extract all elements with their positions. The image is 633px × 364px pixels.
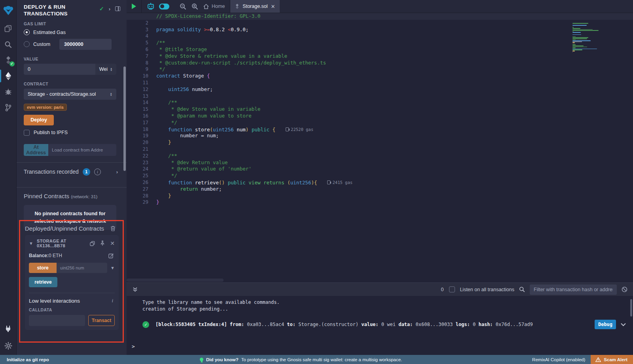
code-area[interactable]: // SPDX-License-Identifier: GPL-3.0pragm… [156, 13, 633, 282]
pin-panel-icon[interactable] [115, 6, 120, 11]
terminal-scrollbar[interactable] [630, 299, 632, 317]
sidebar-item-plugin-manager[interactable] [0, 321, 17, 337]
copilot-toggle[interactable] [159, 4, 169, 9]
calldata-input[interactable] [29, 315, 85, 326]
store-function-button[interactable]: store [29, 263, 57, 273]
deploy-button[interactable]: Deploy [24, 115, 54, 125]
chevron-down-icon[interactable]: ▼ [29, 241, 33, 246]
transact-button[interactable]: Transact [88, 315, 115, 326]
code-line[interactable]: uint256 number; [156, 86, 633, 93]
tab-storage-sol[interactable]: Storage.sol ✕ [230, 0, 280, 13]
transaction-log-row[interactable]: ✓ [block:5583405 txIndex:4] from: 0xa03.… [127, 320, 633, 329]
line-number: 29 [127, 199, 156, 206]
code-editor[interactable]: 1234567891011121314151617181920212223242… [127, 13, 633, 282]
transactions-recorded-row[interactable]: Transactions recorded 1 i › [24, 163, 120, 181]
code-line[interactable]: */ [156, 66, 633, 73]
code-line[interactable] [156, 93, 633, 100]
remix-logo[interactable] [0, 0, 17, 21]
code-line[interactable]: * @title Storage [156, 46, 633, 53]
edit-balance-icon[interactable] [108, 253, 114, 258]
info-icon[interactable]: i [112, 298, 113, 304]
code-line[interactable]: function retrieve() public view returns … [156, 179, 633, 186]
code-line[interactable] [156, 146, 633, 153]
estimated-gas-radio[interactable] [24, 29, 30, 35]
transaction-filter-input[interactable] [530, 284, 617, 295]
sidebar-item-search[interactable] [0, 36, 17, 52]
store-argument-input[interactable] [57, 263, 107, 273]
tab-close-icon[interactable]: ✕ [271, 4, 275, 9]
custom-gas-input[interactable] [59, 39, 112, 50]
code-line[interactable]: /** [156, 40, 633, 46]
sidebar-item-deploy-run[interactable] [0, 68, 17, 84]
code-line[interactable]: number = num; [156, 133, 633, 139]
copy-address-icon[interactable] [90, 241, 95, 246]
retrieve-function-button[interactable]: retrieve [29, 277, 57, 287]
chevron-right-icon[interactable]: › [116, 169, 118, 175]
at-address-input[interactable] [48, 144, 116, 156]
panel-scrollbar[interactable] [123, 66, 126, 171]
info-icon[interactable]: i [94, 169, 101, 175]
line-number: 26 [127, 179, 156, 186]
sidebar-item-git[interactable] [0, 100, 17, 116]
code-line[interactable]: /** [156, 99, 633, 106]
debug-button[interactable]: Debug [595, 320, 616, 329]
sidebar-item-settings[interactable] [0, 337, 17, 355]
home-tab-button[interactable]: Home [203, 4, 225, 9]
did-you-know-label: Did you know? [206, 357, 239, 362]
value-input[interactable] [24, 64, 95, 75]
zoom-out-icon[interactable] [180, 3, 186, 10]
code-line[interactable]: * @param num value to store [156, 113, 633, 119]
sidebar-item-solidity-compiler[interactable]: ✓ [0, 52, 17, 68]
code-line[interactable]: } [156, 139, 633, 146]
code-line[interactable] [156, 80, 633, 86]
chevron-right-icon[interactable]: › [109, 6, 110, 12]
code-line[interactable]: * @custom:dev-run-script ./scripts/deplo… [156, 60, 633, 66]
code-line[interactable]: * @return value of 'number' [156, 166, 633, 173]
copilot-status[interactable]: RemixAI Copilot (enabled) [532, 357, 591, 362]
code-line[interactable]: * @dev Return value [156, 159, 633, 166]
code-line[interactable]: // SPDX-License-Identifier: GPL-3.0 [127, 13, 633, 20]
expand-function-icon[interactable]: ▼ [110, 265, 115, 270]
expand-terminal-icon[interactable] [132, 286, 138, 292]
listen-all-checkbox[interactable] [449, 286, 455, 292]
code-line[interactable]: */ [156, 119, 633, 126]
remove-contract-icon[interactable]: ✕ [110, 240, 115, 246]
code-line[interactable]: * @dev Store & retrieve value in a varia… [156, 53, 633, 60]
custom-gas-radio[interactable] [24, 41, 30, 47]
icon-rail: ✓ [0, 0, 17, 355]
code-line[interactable]: } [156, 193, 633, 199]
run-script-button[interactable] [132, 4, 136, 9]
main-area: Home Storage.sol ✕ 123456789101112131415… [127, 0, 633, 355]
tab-bar: Storage.sol ✕ [230, 0, 633, 13]
minimap[interactable] [572, 23, 601, 53]
at-address-button[interactable]: At Address [24, 144, 48, 156]
scam-alert-button[interactable]: Scam Alert [591, 355, 633, 364]
zoom-in-icon[interactable] [191, 3, 198, 10]
code-line[interactable]: /** [156, 153, 633, 159]
scrollbar-thumb[interactable] [127, 279, 224, 282]
chevron-down-icon[interactable] [621, 322, 626, 328]
contract-select[interactable]: Storage - contracts/Storage.sol ▲▼ [24, 89, 116, 100]
pin-contract-icon[interactable] [100, 241, 105, 246]
plugin-manager-icon [4, 325, 12, 333]
code-line[interactable]: */ [156, 173, 633, 179]
ai-copilot-robot-icon[interactable] [147, 3, 155, 10]
terminal[interactable]: Type the library name to see available c… [127, 296, 633, 355]
code-line[interactable] [156, 20, 633, 27]
code-line[interactable] [156, 33, 633, 40]
value-unit-select[interactable]: Wei ▲▼ [95, 64, 116, 75]
code-line[interactable]: * @dev Store value in variable [156, 106, 633, 113]
git-init-button[interactable]: Initialize as git repo [0, 357, 49, 362]
code-line[interactable]: } [156, 199, 633, 206]
horizontal-scrollbar[interactable] [127, 278, 633, 282]
search-icon[interactable] [519, 286, 525, 292]
sidebar-item-file-explorer[interactable] [0, 21, 17, 36]
code-line[interactable]: pragma solidity >=0.8.2 <0.9.0; [156, 27, 633, 33]
publish-ipfs-checkbox[interactable] [24, 130, 30, 136]
trash-icon[interactable] [110, 226, 116, 231]
code-line[interactable]: function store(uint256 num) public {2252… [156, 126, 633, 133]
code-line[interactable]: contract Storage { [156, 73, 633, 80]
code-line[interactable]: return number; [156, 186, 633, 193]
sidebar-item-debugger[interactable] [0, 84, 17, 100]
clear-console-icon[interactable] [622, 286, 627, 292]
